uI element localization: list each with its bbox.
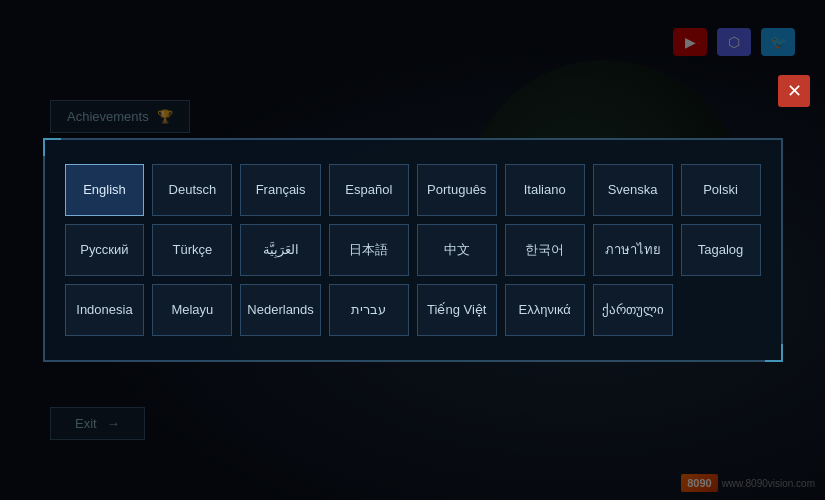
lang-btn-ქართული[interactable]: ქართული [593,284,673,336]
close-button[interactable]: ✕ [778,75,810,107]
lang-btn-indonesia[interactable]: Indonesia [65,284,145,336]
lang-btn-español[interactable]: Español [329,164,409,216]
lang-btn-日本語[interactable]: 日本語 [329,224,409,276]
lang-btn-melayu[interactable]: Melayu [152,284,232,336]
lang-btn-עברית[interactable]: עברית [329,284,409,336]
lang-btn-nederlands[interactable]: Nederlands [240,284,321,336]
language-modal: EnglishDeutschFrançaisEspañolPortuguêsIt… [43,138,783,362]
close-icon: ✕ [787,80,802,102]
lang-btn-français[interactable]: Français [240,164,321,216]
lang-btn-português[interactable]: Português [417,164,497,216]
lang-btn-english[interactable]: English [65,164,145,216]
lang-btn-中文[interactable]: 中文 [417,224,497,276]
lang-btn-tiếng-việt[interactable]: Tiếng Việt [417,284,497,336]
language-grid: EnglishDeutschFrançaisEspañolPortuguêsIt… [65,164,761,336]
lang-btn-русский[interactable]: Русский [65,224,145,276]
lang-btn-tagalog[interactable]: Tagalog [681,224,761,276]
modal-overlay: EnglishDeutschFrançaisEspañolPortuguêsIt… [0,0,825,500]
lang-btn-ภาษาไทย[interactable]: ภาษาไทย [593,224,673,276]
lang-btn-العَرَبِيَّة[interactable]: العَرَبِيَّة [240,224,321,276]
lang-btn-italiano[interactable]: Italiano [505,164,585,216]
lang-btn-ελληνικά[interactable]: Ελληνικά [505,284,585,336]
lang-btn-polski[interactable]: Polski [681,164,761,216]
lang-btn-한국어[interactable]: 한국어 [505,224,585,276]
lang-btn-türkçe[interactable]: Türkçe [152,224,232,276]
lang-btn-svenska[interactable]: Svenska [593,164,673,216]
lang-btn-deutsch[interactable]: Deutsch [152,164,232,216]
